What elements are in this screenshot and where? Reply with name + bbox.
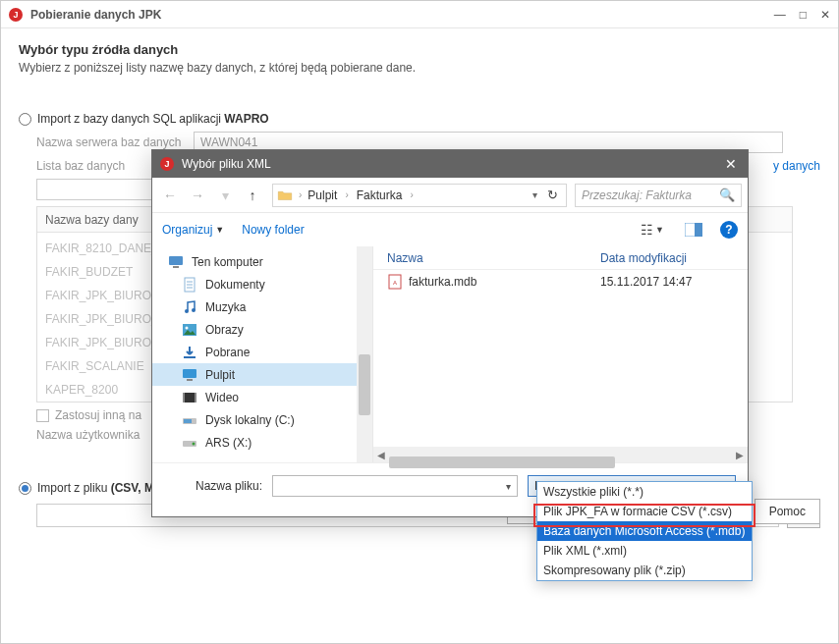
netdisk-icon bbox=[182, 435, 197, 451]
breadcrumb: Pulpit›Fakturka› bbox=[308, 188, 413, 202]
chevron-right-icon: › bbox=[299, 189, 302, 200]
sidebar-item-wideo[interactable]: Wideo bbox=[152, 386, 372, 408]
section-title: Wybór typu źródła danych bbox=[19, 42, 820, 57]
checkbox-icon bbox=[36, 409, 49, 422]
sidebar-item-label: ARS (X:) bbox=[205, 436, 252, 450]
dialog-navbar: ← → ▾ ↑ › Pulpit›Fakturka› ▾ ↻ Przeszuka… bbox=[152, 178, 748, 213]
sidebar-item-label: Dysk lokalny (C:) bbox=[205, 413, 295, 427]
sidebar-item-dysk-lokalny-c-[interactable]: Dysk lokalny (C:) bbox=[152, 408, 372, 431]
parent-title: Pobieranie danych JPK bbox=[30, 8, 774, 22]
desktop-icon bbox=[182, 367, 197, 383]
dialog-filelist: Nazwa Data modyfikacji Afakturka.mdb15.1… bbox=[373, 246, 748, 462]
sidebar-item-pulpit[interactable]: Pulpit bbox=[152, 363, 372, 386]
svg-rect-2 bbox=[169, 256, 183, 265]
refresh-link[interactable]: y danych bbox=[773, 159, 820, 173]
filename-label: Nazwa pliku: bbox=[164, 479, 262, 493]
sidebar-item-label: Pobrane bbox=[205, 346, 250, 359]
organize-button[interactable]: Organizuj ▼ bbox=[162, 223, 224, 237]
filetype-option[interactable]: Wszystkie pliki (*.*) bbox=[537, 482, 752, 502]
sidebar-item-label: Ten komputer bbox=[192, 255, 263, 269]
filelist-header: Nazwa Data modyfikacji bbox=[373, 246, 748, 270]
db-filter-input[interactable] bbox=[36, 179, 154, 200]
sidebar-item-label: Wideo bbox=[205, 391, 239, 404]
chevron-right-icon: › bbox=[410, 189, 413, 200]
folder-icon bbox=[277, 189, 293, 201]
filetype-option[interactable]: Plik JPK_FA w formacie CSV (*.csv) bbox=[537, 502, 752, 521]
close-icon[interactable]: ✕ bbox=[820, 8, 830, 22]
filetype-option[interactable]: Skompresowany plik (*.zip) bbox=[537, 561, 752, 580]
breadcrumb-segment[interactable]: Fakturka bbox=[357, 188, 403, 202]
chevron-down-icon: ▼ bbox=[215, 225, 224, 235]
svg-point-9 bbox=[192, 308, 196, 312]
sidebar-item-label: Obrazy bbox=[205, 323, 244, 337]
new-folder-label: Nowy folder bbox=[242, 223, 304, 237]
sidebar-item-obrazy[interactable]: Obrazy bbox=[152, 318, 372, 341]
file-name: fakturka.mdb bbox=[409, 275, 600, 289]
svg-point-8 bbox=[185, 309, 189, 313]
svg-rect-12 bbox=[184, 356, 196, 358]
dialog-title: Wybór pliku XML bbox=[182, 157, 722, 171]
window-controls: — □ ✕ bbox=[774, 8, 830, 22]
dialog-app-icon: J bbox=[160, 157, 174, 171]
col-date[interactable]: Data modyfikacji bbox=[600, 251, 748, 265]
filetype-option[interactable]: Baza danych Microsoft Access (*.mdb) bbox=[537, 521, 752, 541]
filetype-option[interactable]: Plik XML (*.xml) bbox=[537, 541, 752, 561]
view-mode-icon[interactable]: ☷ ▼ bbox=[638, 221, 667, 239]
svg-point-21 bbox=[193, 442, 196, 445]
help-icon[interactable]: ? bbox=[720, 221, 738, 239]
parent-titlebar: J Pobieranie danych JPK — □ ✕ bbox=[1, 1, 838, 28]
svg-rect-3 bbox=[173, 266, 179, 268]
svg-rect-17 bbox=[195, 393, 196, 402]
breadcrumb-segment[interactable]: Pulpit bbox=[308, 188, 337, 202]
svg-rect-1 bbox=[695, 223, 702, 237]
file-date: 15.11.2017 14:47 bbox=[600, 275, 748, 289]
radio-icon bbox=[19, 113, 31, 126]
apply-other-label: Zastosuj inną na bbox=[55, 408, 141, 422]
radio2-prefix: Import z pliku bbox=[37, 481, 111, 495]
disk-icon bbox=[182, 412, 197, 428]
address-bar[interactable]: › Pulpit›Fakturka› ▾ ↻ bbox=[272, 184, 567, 207]
svg-text:A: A bbox=[393, 280, 397, 286]
new-folder-button[interactable]: Nowy folder bbox=[242, 223, 304, 237]
filename-input[interactable]: ▾ bbox=[272, 475, 518, 497]
addr-dropdown-icon[interactable]: ▾ bbox=[532, 189, 537, 200]
dialog-close-icon[interactable]: ✕ bbox=[722, 156, 740, 172]
nav-up-icon[interactable]: ↑ bbox=[241, 184, 264, 207]
svg-point-11 bbox=[186, 326, 189, 329]
sidebar-item-pobrane[interactable]: Pobrane bbox=[152, 341, 372, 363]
server-name-label: Nazwa serwera baz danych bbox=[36, 135, 184, 149]
svg-rect-16 bbox=[183, 393, 185, 402]
maximize-icon[interactable]: □ bbox=[800, 8, 807, 22]
sidebar-scrollbar[interactable] bbox=[357, 246, 372, 462]
dialog-toolbar: Organizuj ▼ Nowy folder ☷ ▼ ? bbox=[152, 213, 748, 246]
dialog-content: Ten komputerDokumentyMuzykaObrazyPobrane… bbox=[152, 246, 748, 462]
sidebar-item-ars-x-[interactable]: ARS (X:) bbox=[152, 431, 372, 454]
help-button[interactable]: Pomoc bbox=[755, 499, 820, 524]
radio-import-sql[interactable]: Import z bazy danych SQL aplikacji WAPRO bbox=[19, 112, 820, 126]
dialog-titlebar: J Wybór pliku XML ✕ bbox=[152, 150, 748, 178]
col-name[interactable]: Nazwa bbox=[387, 251, 600, 265]
nav-back-icon[interactable]: ← bbox=[158, 184, 182, 207]
image-icon bbox=[182, 322, 197, 338]
nav-recent-icon[interactable]: ▾ bbox=[213, 184, 237, 207]
preview-pane-icon[interactable] bbox=[679, 221, 708, 239]
search-input[interactable]: Przeszukaj: Fakturka 🔍 bbox=[575, 184, 742, 207]
mdb-file-icon: A bbox=[387, 274, 403, 290]
sidebar-item-label: Muzyka bbox=[205, 300, 246, 314]
sidebar-item-dokumenty[interactable]: Dokumenty bbox=[152, 273, 372, 295]
refresh-icon[interactable]: ↻ bbox=[547, 188, 558, 202]
file-dialog: J Wybór pliku XML ✕ ← → ▾ ↑ › Pulpit›Fak… bbox=[151, 149, 749, 517]
sidebar-item-ten-komputer[interactable]: Ten komputer bbox=[152, 250, 372, 273]
search-placeholder: Przeszukaj: Fakturka bbox=[582, 188, 692, 202]
radio1-strong: WAPRO bbox=[224, 112, 268, 126]
filelist-hscrollbar[interactable]: ◀▶ bbox=[373, 447, 748, 462]
file-row[interactable]: Afakturka.mdb15.11.2017 14:47 bbox=[373, 270, 748, 294]
nav-forward-icon[interactable]: → bbox=[186, 184, 209, 207]
doc-icon bbox=[182, 277, 197, 293]
sidebar-item-muzyka[interactable]: Muzyka bbox=[152, 295, 372, 318]
organize-label: Organizuj bbox=[162, 223, 212, 237]
sidebar-item-label: Pulpit bbox=[205, 368, 235, 382]
svg-rect-19 bbox=[184, 419, 192, 423]
minimize-icon[interactable]: — bbox=[774, 8, 786, 22]
app-icon: J bbox=[9, 8, 23, 22]
